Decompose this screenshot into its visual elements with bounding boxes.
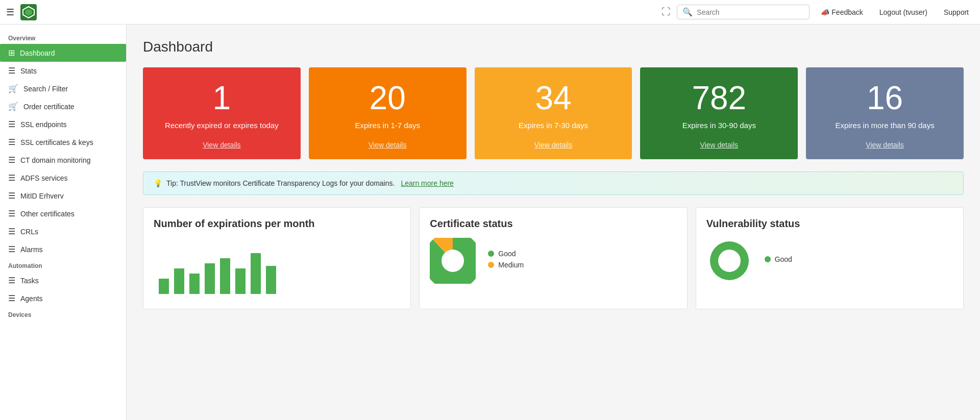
svg-rect-9 [251,253,261,294]
legend-dot-yellow [488,262,494,268]
card-7-30days-link[interactable]: View details [534,141,572,149]
panel-vuln-status: Vulnerability status Good [696,207,964,309]
legend-vuln-good: Good [765,255,792,263]
sidebar-item-tasks[interactable]: ☰ Tasks [0,271,126,289]
automation-section-label: Automation [0,258,126,271]
svg-rect-6 [205,263,215,294]
main-content: Dashboard 1 Recently expired or expires … [127,24,980,420]
card-90plus-link[interactable]: View details [866,141,903,149]
sidebar-item-adfs-services[interactable]: ☰ ADFS services [0,169,126,187]
card-30-90days-label: Expires in 30-90 days [682,120,756,131]
sidebar-item-mitid-erhverv[interactable]: ☰ MitID Erhverv [0,187,126,205]
card-7-30days-number: 34 [535,82,571,114]
card-90plus-label: Expires in more than 90 days [835,120,934,131]
sidebar-item-alarms[interactable]: ☰ Alarms [0,240,126,258]
sidebar-item-stats[interactable]: ☰ Stats [0,62,126,80]
stats-icon: ☰ [8,66,15,76]
overview-section-label: Overview [0,31,126,44]
ssl-certs-icon: ☰ [8,137,15,147]
ct-domain-icon: ☰ [8,155,15,165]
card-30-90days[interactable]: 782 Expires in 30-90 days View details [640,67,798,159]
expirations-title: Number of expirations per month [154,218,400,230]
devices-section-label: Devices [0,307,126,320]
card-expired-number: 1 [213,82,231,114]
sidebar-item-ssl-certificates-keys[interactable]: ☰ SSL certificates & keys [0,133,126,151]
card-90plus-number: 16 [867,82,903,114]
card-1-7days-label: Expires in 1-7 days [355,120,420,131]
search-icon: 🔍 [682,7,693,17]
dashboard-cards: 1 Recently expired or expires today View… [143,67,964,159]
search-input[interactable] [697,8,804,16]
card-1-7days-number: 20 [370,82,406,114]
sidebar-item-search-filter[interactable]: 🛒 Search / Filter [0,80,126,97]
card-expired[interactable]: 1 Recently expired or expires today View… [143,67,301,159]
svg-rect-3 [159,279,169,294]
screen-icon: ⛶ [662,7,671,17]
legend-vuln-dot-green [765,256,771,262]
sidebar-item-order-certificate[interactable]: 🛒 Order certificate [0,97,126,115]
card-1-7days[interactable]: 20 Expires in 1-7 days View details [309,67,467,159]
cert-status-title: Certificate status [430,218,676,230]
sidebar-item-dashboard[interactable]: ⊞ Dashboard [0,44,126,62]
svg-point-13 [442,250,464,272]
panel-expirations: Number of expirations per month [143,207,411,309]
other-certs-icon: ☰ [8,209,15,218]
card-30-90days-number: 782 [692,82,746,114]
main-layout: Overview ⊞ Dashboard ☰ Stats 🛒 Search / … [0,24,980,420]
cert-status-chart [430,238,476,284]
svg-rect-7 [220,258,230,294]
card-expired-link[interactable]: View details [203,141,240,149]
expirations-chart [154,238,400,299]
search-box[interactable]: 🔍 [677,5,810,19]
svg-rect-10 [266,266,276,294]
legend-dot-green [488,251,494,257]
bottom-panels: Number of expirations per month Certific… [143,207,964,309]
app-logo [20,4,37,20]
agents-icon: ☰ [8,293,15,303]
feedback-button[interactable]: 📣 Feedback [816,5,868,19]
ssl-endpoints-icon: ☰ [8,119,15,129]
search-filter-icon: 🛒 [8,84,18,93]
sidebar-item-crls[interactable]: ☰ CRLs [0,223,126,240]
sidebar-item-ssl-endpoints[interactable]: ☰ SSL endpoints [0,115,126,133]
card-90plus-days[interactable]: 16 Expires in more than 90 days View det… [806,67,964,159]
legend-medium: Medium [488,261,524,269]
svg-rect-5 [189,274,200,294]
card-7-30days-label: Expires in 7-30 days [519,120,588,131]
card-expired-label: Recently expired or expires today [165,120,279,131]
vuln-status-chart [706,238,752,284]
adfs-icon: ☰ [8,173,15,183]
legend-good: Good [488,250,524,258]
panel-cert-status: Certificate status Good [419,207,687,309]
feedback-icon: 📣 [821,8,829,16]
sidebar-item-agents[interactable]: ☰ Agents [0,289,126,307]
dashboard-icon: ⊞ [8,48,15,58]
svg-point-15 [718,250,741,272]
svg-rect-4 [174,268,184,294]
hamburger-icon[interactable]: ☰ [6,7,14,18]
tip-text: Tip: TrustView monitors Certificate Tran… [166,179,395,187]
logout-button[interactable]: Logout (tvuser) [874,5,933,19]
card-1-7days-link[interactable]: View details [369,141,406,149]
tip-link[interactable]: Learn more here [401,179,454,187]
tip-box: 💡 Tip: TrustView monitors Certificate Tr… [143,171,964,195]
crls-icon: ☰ [8,227,15,236]
order-certificate-icon: 🛒 [8,102,18,111]
mitid-icon: ☰ [8,191,15,201]
vuln-status-title: Vulnerability status [706,218,953,230]
topnav: ☰ ⛶ 🔍 📣 Feedback Logout (tvuser) Support [0,0,980,24]
card-7-30days[interactable]: 34 Expires in 7-30 days View details [475,67,632,159]
sidebar: Overview ⊞ Dashboard ☰ Stats 🛒 Search / … [0,24,127,420]
sidebar-item-other-certificates[interactable]: ☰ Other certificates [0,205,126,223]
tasks-icon: ☰ [8,276,15,285]
svg-rect-8 [235,268,246,294]
card-30-90days-link[interactable]: View details [700,141,738,149]
alarms-icon: ☰ [8,244,15,254]
tip-icon: 💡 [154,179,162,187]
page-title: Dashboard [143,39,964,55]
sidebar-item-ct-domain-monitoring[interactable]: ☰ CT domain monitoring [0,151,126,169]
support-button[interactable]: Support [939,5,974,19]
